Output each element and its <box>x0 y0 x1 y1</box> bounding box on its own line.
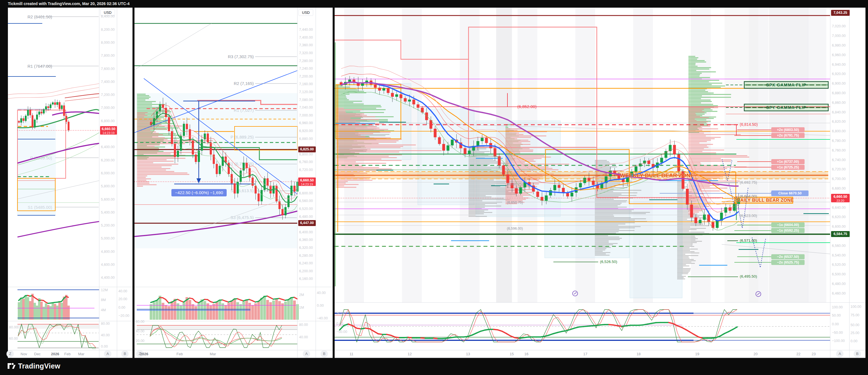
price-level-label: (6,689.25) <box>507 182 523 186</box>
panel3-osc-left-tick: −50.00 <box>336 330 347 334</box>
price-level-label: (6,495.50) <box>740 275 757 279</box>
panel2-osc-left-tick: 60.00 <box>135 320 144 324</box>
weekly-bull-bear-zone-label: WEEKLY BULL BEAR ZONE <box>620 173 694 178</box>
panel2-osc-left-tick: 20.00 <box>135 339 144 343</box>
gamma-level-callout[interactable]: +2x (6803.50) <box>771 127 805 132</box>
spx-gamma-flip-label[interactable]: SPX GAMMA FLIP <box>744 82 828 88</box>
price-level-label: (6,664.00) <box>740 194 757 198</box>
watermark-title: Tickmill created with TradingView.com, M… <box>8 1 130 6</box>
tradingview-mark-icon <box>7 362 16 370</box>
price-level-label: (6,623.00) <box>740 214 757 218</box>
panel1-osc-left-tick: 60.00 <box>9 337 18 341</box>
time-axis[interactable] <box>8 350 865 358</box>
price-level-label: (6,571.00) <box>740 239 757 243</box>
gamma-level-callout[interactable]: −2x (6537.50) <box>771 254 805 259</box>
panel2-price-scale[interactable] <box>298 8 333 350</box>
price-level-label: (6,526.50) <box>600 260 617 264</box>
price-level-label: (6,814.50) <box>740 122 758 126</box>
panel1-osc-left-tick: 80.00 <box>9 326 18 329</box>
gamma-level-callout[interactable]: +2x (6791.75) <box>771 133 805 138</box>
panel3-osc-left-tick: 50.00 <box>336 312 345 315</box>
price-level-label: (6,692.75) <box>740 181 757 184</box>
price-level-label: (6,596.00) <box>507 227 523 231</box>
gamma-level-callout[interactable]: +1x (6737.00) <box>771 159 805 164</box>
gamma-level-callout[interactable]: −1x (6604.00) <box>771 222 805 227</box>
tradingview-wordmark: TradingView <box>18 363 60 370</box>
daily-bull-bear-zone-label: DAILY BULL BEAR ZONE <box>737 198 794 203</box>
gamma-level-callout[interactable]: −2x (6525.75) <box>771 260 805 265</box>
spy-gamma-flip-label[interactable]: SPY GAMMA FLIP <box>744 104 828 111</box>
panel1-price-scale[interactable] <box>99 8 132 350</box>
gamma-level-callout[interactable]: +1x (6725.25) <box>771 165 805 170</box>
panel3-osc-left-tick: 0.00 <box>336 322 343 326</box>
watermark-bar: Tickmill created with TradingView.com, M… <box>0 0 868 8</box>
tradingview-logo[interactable]: TradingView <box>7 362 60 370</box>
panel3-price-scale[interactable] <box>830 8 865 350</box>
close-price-callout[interactable]: Close 6670.50 <box>771 191 808 196</box>
price-level-label: (6,852.00) <box>517 105 536 109</box>
panel2-osc-left-tick: 40.00 <box>135 329 144 334</box>
measure-label[interactable]: −422.50 (−6.00%) −1,690 <box>172 189 227 196</box>
price-level-label: (6,650.75) <box>507 201 523 205</box>
gamma-level-callout[interactable]: −1x (6592.25) <box>771 228 805 233</box>
